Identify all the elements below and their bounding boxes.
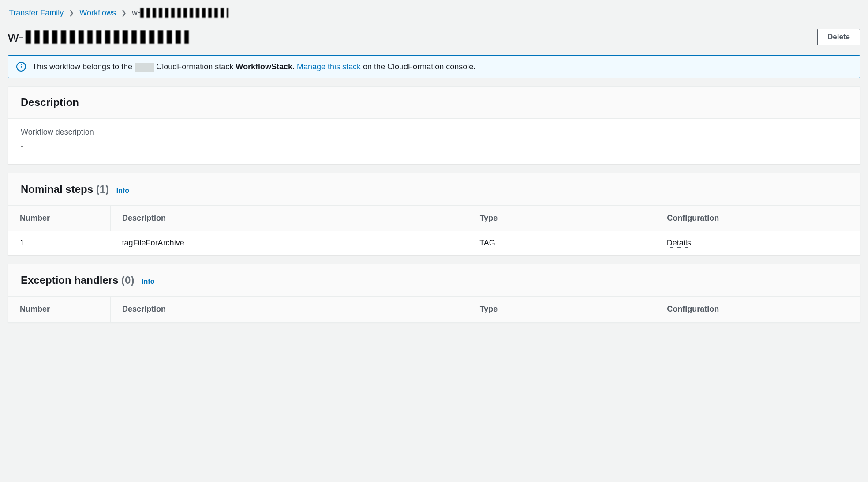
- exception-handlers-table: Number Description Type Configuration: [8, 297, 860, 322]
- page-title: w-: [8, 28, 189, 45]
- description-panel-header: Description: [8, 87, 860, 119]
- page-header: w- Delete: [0, 22, 868, 52]
- exception-handlers-title: Exception handlers (0): [21, 274, 137, 286]
- breadcrumb-current-prefix: w-: [132, 8, 140, 17]
- chevron-right-icon: ❯: [69, 9, 74, 16]
- info-banner: i This workflow belongs to the CloudForm…: [8, 55, 860, 78]
- cell-description: tagFileForArchive: [111, 231, 468, 255]
- exception-handlers-header: Exception handlers (0) Info: [8, 264, 860, 297]
- col-number: Number: [8, 297, 111, 322]
- chevron-right-icon: ❯: [121, 9, 127, 16]
- info-text-before: This workflow belongs to the: [32, 62, 132, 71]
- details-link[interactable]: Details: [667, 238, 691, 248]
- exception-handlers-count: (0): [121, 274, 134, 286]
- cell-number: 1: [8, 231, 111, 255]
- info-text-after: on the CloudFormation console.: [363, 62, 475, 71]
- nominal-steps-title: Nominal steps (1): [21, 183, 112, 195]
- redacted-text: [26, 30, 189, 44]
- breadcrumb-root[interactable]: Transfer Family: [9, 8, 64, 18]
- description-panel-title: Description: [21, 96, 79, 108]
- breadcrumb-parent[interactable]: Workflows: [79, 8, 116, 18]
- nominal-steps-count: (1): [96, 183, 109, 195]
- nominal-title-text: Nominal steps: [21, 183, 93, 195]
- nominal-info-link[interactable]: Info: [116, 187, 129, 194]
- nominal-steps-header: Nominal steps (1) Info: [8, 173, 860, 206]
- description-field-label: Workflow description: [21, 128, 847, 137]
- delete-button[interactable]: Delete: [817, 29, 860, 45]
- info-banner-text: This workflow belongs to the CloudFormat…: [32, 62, 475, 72]
- col-type: Type: [468, 297, 655, 322]
- breadcrumb-current: w-: [132, 8, 228, 18]
- col-configuration: Configuration: [655, 206, 860, 231]
- redacted-text: [135, 63, 154, 72]
- stack-name: WorkflowStack: [236, 62, 292, 71]
- description-panel: Description Workflow description -: [8, 86, 860, 164]
- table-row: 1 tagFileForArchive TAG Details: [8, 231, 860, 255]
- col-configuration: Configuration: [655, 297, 860, 322]
- nominal-steps-panel: Nominal steps (1) Info Number Descriptio…: [8, 173, 860, 255]
- description-panel-body: Workflow description -: [8, 119, 860, 164]
- col-description: Description: [111, 206, 468, 231]
- table-header-row: Number Description Type Configuration: [8, 206, 860, 231]
- col-number: Number: [8, 206, 111, 231]
- info-icon: i: [16, 62, 26, 72]
- cell-type: TAG: [468, 231, 655, 255]
- col-type: Type: [468, 206, 655, 231]
- nominal-steps-table: Number Description Type Configuration 1 …: [8, 206, 860, 255]
- manage-stack-link[interactable]: Manage this stack: [297, 62, 361, 71]
- exception-info-link[interactable]: Info: [142, 278, 154, 285]
- exception-title-text: Exception handlers: [21, 274, 118, 286]
- exception-handlers-panel: Exception handlers (0) Info Number Descr…: [8, 264, 860, 323]
- title-prefix: w-: [8, 28, 24, 45]
- breadcrumb: Transfer Family ❯ Workflows ❯ w-: [0, 0, 868, 22]
- redacted-text: [140, 8, 228, 18]
- table-header-row: Number Description Type Configuration: [8, 297, 860, 322]
- cell-configuration: Details: [655, 231, 860, 255]
- col-description: Description: [111, 297, 468, 322]
- description-field-value: -: [21, 141, 847, 151]
- info-text-middle: CloudFormation stack: [156, 62, 233, 71]
